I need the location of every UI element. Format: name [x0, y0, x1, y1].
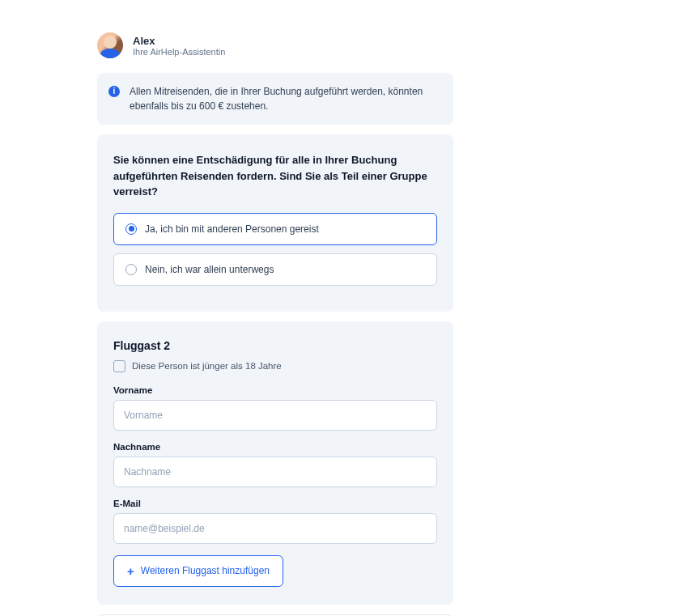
group-question: Sie können eine Entschädigung für alle i…: [113, 152, 437, 200]
radio-option-no[interactable]: Nein, ich war allein unterwegs: [113, 253, 437, 286]
checkbox-icon: [113, 360, 125, 372]
add-passenger-label: Weiteren Fluggast hinzufügen: [141, 565, 270, 576]
lastname-label: Nachname: [113, 442, 437, 452]
radio-icon: [125, 223, 137, 235]
assistant-subtitle: Ihre AirHelp-Assistentin: [133, 47, 225, 57]
assistant-avatar: [97, 32, 123, 58]
group-question-section: Sie können eine Entschädigung für alle i…: [97, 134, 453, 312]
firstname-input[interactable]: [113, 400, 437, 431]
radio-label-yes: Ja, ich bin mit anderen Personen gereist: [145, 223, 319, 235]
radio-label-no: Nein, ich war allein unterwegs: [145, 264, 274, 275]
minor-checkbox-row[interactable]: Diese Person ist jünger als 18 Jahre: [113, 360, 437, 372]
radio-icon: [125, 264, 137, 275]
info-icon: i: [108, 86, 120, 97]
radio-option-yes[interactable]: Ja, ich bin mit anderen Personen gereist: [113, 213, 437, 245]
passenger-title: Fluggast 2: [113, 339, 437, 352]
email-input[interactable]: [113, 513, 437, 544]
email-label: E-Mail: [113, 499, 437, 508]
firstname-label: Vorname: [113, 385, 437, 395]
assistant-header: Alex Ihre AirHelp-Assistentin: [97, 32, 453, 58]
assistant-name: Alex: [133, 35, 225, 47]
minor-checkbox-label: Diese Person ist jünger als 18 Jahre: [132, 361, 282, 371]
passenger-section: Fluggast 2 Diese Person ist jünger als 1…: [97, 321, 453, 605]
plus-icon: +: [127, 565, 134, 577]
lastname-input[interactable]: [113, 457, 437, 487]
info-text-top: Allen Mitreisenden, die in Ihrer Buchung…: [130, 86, 423, 112]
info-card-top: i Allen Mitreisenden, die in Ihrer Buchu…: [97, 73, 453, 125]
add-passenger-button[interactable]: + Weiteren Fluggast hinzufügen: [113, 555, 283, 587]
